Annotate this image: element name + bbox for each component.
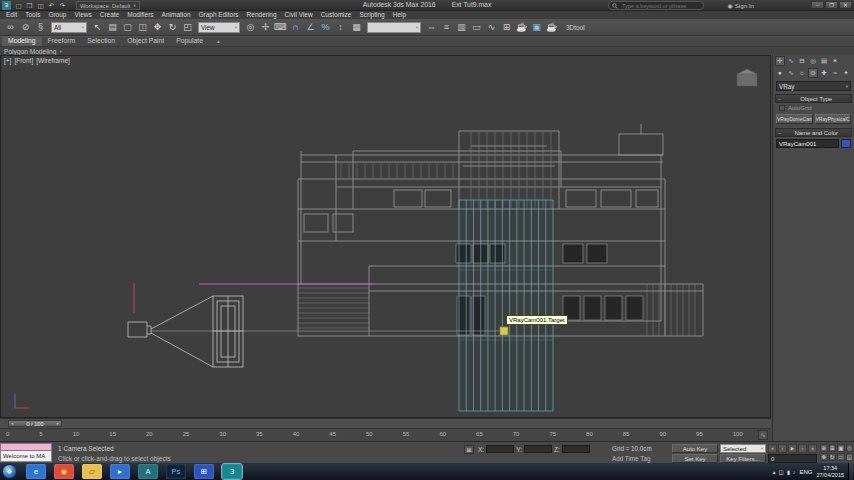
pan-icon[interactable]: ✥	[820, 453, 828, 461]
tab-utilities[interactable]: ✶	[830, 56, 840, 66]
select-by-name-icon[interactable]: ▤	[105, 20, 120, 35]
tab-create[interactable]: ✛	[775, 56, 785, 66]
next-frame-button[interactable]: ›	[798, 444, 807, 453]
viewport-front[interactable]: [+] [Front] [Wireframe] VRayCam001.Targe…	[0, 55, 771, 418]
maximize-button[interactable]: ❐	[825, 1, 838, 9]
time-slider[interactable]: ◂ 0 / 100 ▸	[0, 418, 771, 428]
undo-icon[interactable]: ↶	[47, 1, 56, 10]
object-name-input[interactable]	[776, 139, 839, 148]
play-button[interactable]: ▶	[788, 444, 797, 453]
tray-show-hidden-icon[interactable]: ▴	[773, 469, 776, 475]
toolbar-extra-label[interactable]: 3Dtool	[566, 24, 585, 31]
new-scene-icon[interactable]: ▢	[14, 1, 23, 10]
menu-item[interactable]: Modifiers	[123, 11, 157, 19]
track-bar[interactable]: 0510152025303540455055606570758085909510…	[0, 428, 771, 441]
taskbar-item-explorer[interactable]: ▱	[82, 464, 102, 479]
go-to-start-button[interactable]: «	[768, 444, 777, 453]
menu-item[interactable]: Edit	[2, 11, 21, 19]
name-color-rollout[interactable]: − Name and Color	[775, 128, 852, 137]
menu-item[interactable]: Scripting	[355, 11, 388, 19]
menu-item[interactable]: Animation	[158, 11, 195, 19]
window-crossing-icon[interactable]: ◫	[135, 20, 150, 35]
camera-type-dropdown[interactable]: VRay▾	[776, 81, 851, 91]
taskbar-item-autodesk-app[interactable]: A	[138, 464, 158, 479]
selection-set-dropdown[interactable]: Selected▾	[720, 444, 766, 453]
macro-recorder-line[interactable]	[0, 443, 52, 451]
taskbar-item-app-grid[interactable]: ⊞	[194, 464, 214, 479]
mini-curve-editor-icon[interactable]: ∿	[758, 430, 768, 440]
render-production-icon[interactable]: ☕	[544, 20, 559, 35]
taskbar-item-ie[interactable]: e	[26, 464, 46, 479]
select-and-link-icon[interactable]: ∞	[3, 20, 18, 35]
keyboard-override-icon[interactable]: ⌨	[273, 20, 288, 35]
taskbar-clock[interactable]: 17:34 27/04/2015	[816, 465, 844, 478]
taskbar-item-media-player[interactable]: ▸	[110, 464, 130, 479]
frame-forward-icon[interactable]: ▸	[57, 421, 59, 426]
menu-item[interactable]: Help	[389, 11, 410, 19]
curve-editor-icon[interactable]: ∿	[484, 20, 499, 35]
select-and-manipulate-icon[interactable]: ✢	[258, 20, 273, 35]
camera-target-marker[interactable]	[500, 327, 508, 335]
unlink-selection-icon[interactable]: ⊘	[18, 20, 33, 35]
ribbon-tab[interactable]: Selection	[81, 36, 121, 46]
maximize-viewport-icon[interactable]: ◱	[846, 453, 854, 461]
object-type-button[interactable]: VRayPhysicalCam	[815, 114, 852, 124]
menu-item[interactable]: Civil View	[281, 11, 317, 19]
tab-hierarchy[interactable]: ⊟	[797, 56, 807, 66]
time-slider-handle[interactable]: ◂ 0 / 100 ▸	[8, 420, 62, 427]
maxscript-listener-line[interactable]: Welcome to MA	[0, 451, 52, 462]
key-filters-button[interactable]: Key Filters...	[720, 454, 766, 463]
previous-frame-button[interactable]: ‹	[778, 444, 787, 453]
viewcube[interactable]	[737, 69, 757, 86]
go-to-end-button[interactable]: »	[808, 444, 817, 453]
named-selection-sets-dropdown[interactable]: ▾	[367, 22, 421, 33]
ribbon-toggle-icon[interactable]: ▭	[469, 20, 484, 35]
camera-gizmo[interactable]	[128, 296, 243, 367]
bind-to-space-warp-icon[interactable]: §	[33, 20, 48, 35]
field-of-view-icon[interactable]: ◇	[846, 444, 854, 452]
category-helpers-icon[interactable]: ✚	[819, 68, 829, 78]
set-key-button[interactable]: Set Key	[672, 454, 718, 463]
orbit-icon[interactable]: ↻	[829, 453, 837, 461]
menu-item[interactable]: Views	[70, 11, 95, 19]
selection-filter-dropdown[interactable]: All▾	[51, 22, 87, 33]
layer-manager-icon[interactable]: ▥	[454, 20, 469, 35]
workspace-dropdown[interactable]: Workspace: Default▾	[76, 1, 140, 10]
search-input[interactable]	[620, 2, 700, 10]
align-icon[interactable]: ≡	[439, 20, 454, 35]
mirror-icon[interactable]: ⇔	[424, 20, 439, 35]
viewport-menu-icon[interactable]: [+]	[4, 57, 11, 64]
taskbar-item-chrome[interactable]: ◉	[54, 464, 74, 479]
spinner-snap-icon[interactable]: ↕	[333, 20, 348, 35]
viewport-shading-label[interactable]: [Wireframe]	[36, 57, 70, 64]
tray-action-center-icon[interactable]: ◫	[778, 469, 783, 475]
category-geometry-icon[interactable]: ●	[775, 68, 785, 78]
start-button[interactable]: ❖	[2, 464, 17, 479]
y-coordinate-input[interactable]	[524, 445, 552, 453]
minimize-button[interactable]: –	[811, 1, 824, 9]
polygon-modeling-panel[interactable]: Polygon Modeling	[4, 48, 56, 55]
zoom-icon[interactable]: ⊕	[820, 444, 828, 452]
autogrid-checkbox[interactable]	[779, 105, 785, 111]
tab-display[interactable]: ▤	[819, 56, 829, 66]
save-file-icon[interactable]: ◫	[36, 1, 45, 10]
menu-item[interactable]: Group	[44, 11, 70, 19]
app-logo-icon[interactable]: 3	[2, 1, 11, 10]
snap-toggle-icon[interactable]: ∩	[288, 20, 303, 35]
open-file-icon[interactable]: ❒	[25, 1, 34, 10]
close-button[interactable]: ✕	[839, 1, 852, 9]
frame-back-icon[interactable]: ◂	[11, 421, 13, 426]
menu-item[interactable]: Tools	[21, 11, 44, 19]
object-color-swatch[interactable]	[841, 139, 851, 148]
ribbon-tab[interactable]: Populate	[170, 36, 209, 46]
show-desktop-button[interactable]	[848, 463, 853, 480]
percent-snap-icon[interactable]: %	[318, 20, 333, 35]
render-setup-icon[interactable]: ☕	[514, 20, 529, 35]
edit-named-sets-icon[interactable]: ▦	[349, 20, 364, 35]
tab-motion[interactable]: ◎	[808, 56, 818, 66]
schematic-view-icon[interactable]: ⊞	[499, 20, 514, 35]
zoom-all-icon[interactable]: ⊞	[829, 444, 837, 452]
ribbon-tab[interactable]: Freeform	[42, 36, 82, 46]
sign-in-button[interactable]: ◉ Sign In	[727, 1, 754, 10]
zoom-extents-icon[interactable]: ▣	[837, 444, 845, 452]
